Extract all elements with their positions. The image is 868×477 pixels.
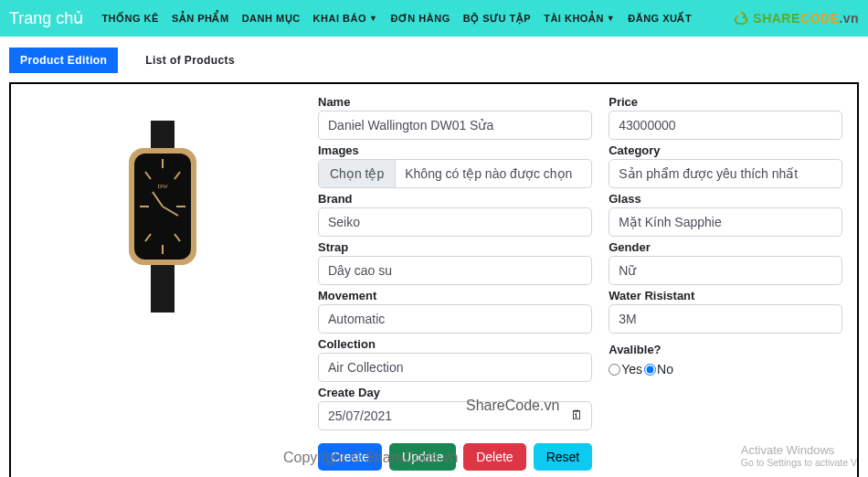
label-water: Water Risistant	[609, 289, 842, 302]
reset-button[interactable]: Reset	[534, 443, 593, 471]
images-file-input[interactable]: Chọn tệp Không có tệp nào được chọn	[318, 159, 592, 188]
brand-input[interactable]	[318, 207, 592, 237]
main-nav: THỐNG KÊ SẢN PHẨM DANH MỤC KHAI BÁO▼ ĐƠN…	[101, 13, 721, 25]
label-images: Images	[318, 143, 592, 157]
chevron-down-icon: ▼	[369, 14, 377, 23]
label-create-day: Create Day	[318, 386, 592, 399]
file-status-text: Không có tệp nào được chọn	[396, 160, 581, 187]
sharecode-logo[interactable]: SHARECODE.vn	[732, 9, 859, 27]
form-left: Name Images Chọn tệp Không có tệp nào đư…	[318, 93, 592, 471]
tab-list-products[interactable]: List of Products	[134, 48, 246, 73]
logo-text: SHARECODE.vn	[753, 11, 859, 26]
nav-orders[interactable]: ĐƠN HÀNG	[390, 13, 450, 25]
radio-yes[interactable]	[609, 364, 620, 376]
recycle-icon	[732, 9, 750, 27]
form-panel: DW Name Images Chọn tệp Không có tệp nào…	[9, 82, 859, 477]
label-name: Name	[318, 95, 592, 109]
label-category: Category	[609, 143, 842, 157]
watch-image: DW	[112, 121, 213, 313]
nav-stats[interactable]: THỐNG KÊ	[101, 13, 159, 25]
update-button[interactable]: Update	[389, 443, 456, 471]
strap-input[interactable]	[318, 256, 592, 285]
price-input[interactable]	[609, 111, 842, 140]
radio-yes-label[interactable]: Yes	[609, 362, 642, 376]
sub-nav: Product Edition List of Products	[0, 37, 868, 82]
label-price: Price	[609, 95, 842, 109]
nav-products[interactable]: SẢN PHẨM	[172, 13, 229, 25]
brand-title[interactable]: Trang chủ	[9, 8, 90, 28]
svg-text:DW: DW	[157, 183, 168, 190]
radio-no[interactable]	[644, 364, 656, 376]
create-button[interactable]: Create	[318, 443, 382, 471]
svg-rect-1	[151, 261, 175, 313]
water-input[interactable]	[609, 304, 842, 334]
nav-categories[interactable]: DANH MỤC	[242, 13, 301, 25]
form-right: Price Category Glass Gender Water Risist…	[609, 93, 842, 471]
delete-button[interactable]: Delete	[463, 443, 525, 471]
collection-input[interactable]	[318, 353, 592, 382]
chevron-down-icon: ▼	[607, 14, 615, 23]
button-row: Create Update Delete Reset	[318, 443, 592, 471]
topbar: Trang chủ THỐNG KÊ SẢN PHẨM DANH MỤC KHA…	[0, 0, 868, 37]
label-gender: Gender	[609, 240, 842, 254]
radio-no-label[interactable]: No	[644, 362, 673, 376]
label-collection: Collection	[318, 337, 592, 351]
nav-collection[interactable]: BỘ SƯU TẬP	[463, 13, 531, 25]
movement-input[interactable]	[318, 304, 592, 334]
form-columns: Name Images Chọn tệp Không có tệp nào đư…	[318, 93, 842, 471]
nav-declare[interactable]: KHAI BÁO▼	[313, 13, 378, 25]
nav-account[interactable]: TÀI KHOẢN▼	[544, 13, 615, 25]
file-choose-button[interactable]: Chọn tệp	[319, 160, 396, 187]
name-input[interactable]	[318, 111, 592, 140]
create-day-input[interactable]	[318, 401, 592, 430]
product-image-col: DW	[26, 93, 300, 471]
label-brand: Brand	[318, 192, 592, 206]
glass-input[interactable]	[609, 207, 842, 237]
label-glass: Glass	[609, 192, 842, 206]
available-radio-group: Yes No	[609, 358, 842, 376]
nav-logout[interactable]: ĐĂNG XUẤT	[628, 13, 692, 25]
label-strap: Strap	[318, 240, 592, 254]
gender-input[interactable]	[609, 256, 842, 285]
category-input[interactable]	[609, 159, 842, 188]
label-movement: Movement	[318, 289, 592, 302]
tab-product-edition[interactable]: Product Edition	[9, 48, 118, 73]
label-available: Avalible?	[609, 343, 842, 356]
